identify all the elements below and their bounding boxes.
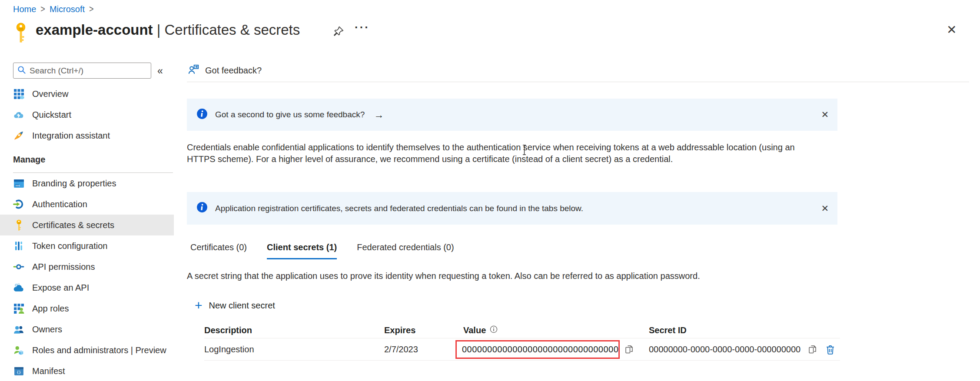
chevron-right-icon: >	[40, 3, 45, 15]
got-feedback-button[interactable]: Got feedback?	[188, 63, 262, 77]
tabs-info-banner: Application registration certificates, s…	[187, 192, 837, 225]
sidebar-item-overview[interactable]: Overview	[0, 83, 174, 104]
close-icon[interactable]: ✕	[821, 203, 829, 214]
sidebar-item-token-configuration[interactable]: Token configuration	[0, 235, 174, 256]
table-header-row: Description Expires Value Secret ID	[204, 322, 840, 338]
api-permissions-icon	[13, 261, 24, 272]
sidebar-item-certificates-secrets[interactable]: Certificates & secrets	[0, 215, 174, 235]
search-input[interactable]	[30, 66, 147, 76]
pin-icon[interactable]	[333, 25, 344, 40]
credentials-description: Credentials enable confidential applicat…	[187, 142, 819, 165]
sidebar-section-manage: Manage	[13, 155, 45, 165]
tab-federated-credentials[interactable]: Federated credentials (0)	[357, 242, 454, 259]
client-secrets-table: Description Expires Value Secret ID LogI…	[204, 322, 840, 361]
credential-tabs: Certificates (0) Client secrets (1) Fede…	[190, 242, 454, 259]
breadcrumb-home-link[interactable]: Home	[13, 4, 36, 14]
new-client-secret-button[interactable]: + New client secret	[195, 300, 275, 311]
sidebar-search[interactable]	[13, 63, 151, 79]
sidebar-nav-manage: www Branding & properties Authentication	[0, 173, 174, 381]
close-blade-icon[interactable]: ✕	[947, 23, 957, 37]
col-header-expires: Expires	[384, 325, 455, 335]
sidebar-item-quickstart[interactable]: Quickstart	[0, 104, 174, 125]
roles-admins-icon	[13, 345, 24, 356]
more-options-icon[interactable]: ···	[355, 21, 370, 34]
key-icon	[13, 219, 24, 231]
expose-api-icon	[13, 282, 24, 293]
sidebar-item-expose-api[interactable]: Expose an API	[0, 277, 174, 298]
breadcrumb: Home > Microsoft >	[13, 4, 94, 14]
page-header: example-account | Certificates & secrets…	[0, 20, 980, 46]
secret-value-cell: 000000000000000000000000000000000	[455, 340, 635, 359]
info-icon	[196, 202, 208, 215]
sidebar-item-app-roles[interactable]: App roles	[0, 298, 174, 319]
secret-expires-cell: 2/7/2023	[384, 345, 455, 354]
delete-secret-icon[interactable]	[825, 344, 836, 355]
sidebar-item-api-permissions[interactable]: API permissions	[0, 256, 174, 277]
page-title: example-account | Certificates & secrets	[36, 22, 300, 38]
col-header-secret-id: Secret ID	[635, 325, 840, 335]
overview-icon	[13, 88, 24, 99]
sidebar-item-owners[interactable]: Owners	[0, 319, 174, 340]
chevron-right-icon: >	[89, 3, 94, 15]
tabs-info-banner-text: Application registration certificates, s…	[215, 204, 583, 213]
integration-assistant-icon	[13, 130, 24, 141]
sidebar-item-branding[interactable]: www Branding & properties	[0, 173, 174, 194]
svg-text:www: www	[15, 184, 20, 186]
search-icon	[17, 65, 26, 76]
table-row: LogIngestion 2/7/2023 000000000000000000…	[204, 338, 840, 361]
arrow-right-icon[interactable]: →	[374, 109, 384, 121]
info-icon	[196, 108, 208, 122]
collapse-sidebar-icon[interactable]: «	[157, 65, 163, 77]
feedback-banner: Got a second to give us some feedback? →…	[187, 99, 837, 131]
client-secrets-description: A secret string that the application use…	[187, 271, 700, 281]
tab-certificates[interactable]: Certificates (0)	[190, 242, 247, 259]
certificates-and-secrets-page: Home > Microsoft > example-account | Cer…	[0, 0, 980, 381]
tab-client-secrets[interactable]: Client secrets (1)	[267, 242, 337, 259]
toolbar-divider	[187, 82, 969, 82]
authentication-icon	[13, 199, 24, 210]
feedback-icon	[188, 63, 199, 77]
app-roles-icon	[13, 303, 24, 314]
quickstart-icon	[13, 109, 24, 120]
sidebar-item-integration-assistant[interactable]: Integration assistant	[0, 125, 174, 146]
feedback-banner-text[interactable]: Got a second to give us some feedback?	[215, 110, 365, 119]
sidebar-item-roles-administrators[interactable]: Roles and administrators | Preview	[0, 340, 174, 361]
branding-icon: www	[13, 178, 24, 189]
secret-value-highlighted: 000000000000000000000000000000000	[455, 340, 620, 359]
copy-secret-id-icon[interactable]	[807, 344, 818, 354]
manifest-icon: {}	[13, 365, 24, 377]
sidebar-item-manifest[interactable]: {} Manifest	[0, 361, 174, 381]
copy-value-icon[interactable]	[624, 344, 635, 354]
info-outline-icon	[490, 325, 498, 335]
close-icon[interactable]: ✕	[821, 109, 829, 120]
sidebar-item-authentication[interactable]: Authentication	[0, 194, 174, 215]
key-icon	[14, 23, 27, 45]
plus-icon: +	[195, 300, 203, 311]
text-cursor-pointer	[522, 144, 527, 157]
col-header-description: Description	[204, 325, 384, 335]
sidebar-nav-top: Overview Quickstart Integra	[0, 83, 174, 146]
owners-icon	[13, 324, 24, 335]
secret-id-value: 00000000-0000-0000-0000-000000000	[649, 345, 801, 354]
col-header-value: Value	[463, 325, 486, 335]
token-configuration-icon	[13, 240, 24, 252]
secret-id-cell: 00000000-0000-0000-0000-000000000	[635, 344, 840, 355]
svg-text:{}: {}	[17, 370, 21, 374]
secret-description-cell: LogIngestion	[204, 345, 384, 354]
breadcrumb-microsoft-link[interactable]: Microsoft	[50, 4, 85, 14]
